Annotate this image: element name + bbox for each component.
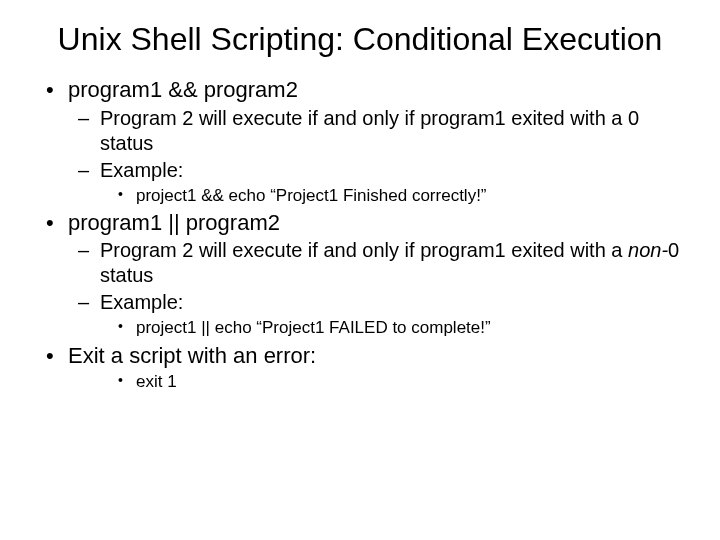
desc-part-italic: non- bbox=[628, 239, 668, 261]
bullet-list: program1 && program2 Program 2 will exec… bbox=[40, 76, 680, 393]
sub-list: Program 2 will execute if and only if pr… bbox=[68, 106, 680, 207]
example-code: project1 && echo “Project1 Finished corr… bbox=[136, 185, 680, 207]
desc-part-a: Program 2 will execute if and only if pr… bbox=[100, 239, 628, 261]
bullet-text: program1 && program2 bbox=[68, 77, 298, 102]
bullet-text: program1 || program2 bbox=[68, 210, 280, 235]
sub-bullet-desc: Program 2 will execute if and only if pr… bbox=[100, 106, 680, 156]
sub-bullet-example-label: Example: project1 || echo “Project1 FAIL… bbox=[100, 290, 680, 339]
slide-title: Unix Shell Scripting: Conditional Execut… bbox=[40, 20, 680, 58]
bullet-exit-error: Exit a script with an error: exit 1 bbox=[68, 342, 680, 394]
sub-list: Program 2 will execute if and only if pr… bbox=[68, 238, 680, 339]
sub-bullet-example-label: Example: project1 && echo “Project1 Fini… bbox=[100, 158, 680, 207]
bullet-and-operator: program1 && program2 Program 2 will exec… bbox=[68, 76, 680, 207]
example-list: project1 || echo “Project1 FAILED to com… bbox=[100, 317, 680, 339]
example-code: project1 || echo “Project1 FAILED to com… bbox=[136, 317, 680, 339]
example-label: Example: bbox=[100, 291, 183, 313]
example-list: project1 && echo “Project1 Finished corr… bbox=[100, 185, 680, 207]
example-list: exit 1 bbox=[68, 371, 680, 393]
example-code: exit 1 bbox=[136, 371, 680, 393]
bullet-text: Exit a script with an error: bbox=[68, 343, 316, 368]
sub-bullet-desc: Program 2 will execute if and only if pr… bbox=[100, 238, 680, 288]
bullet-or-operator: program1 || program2 Program 2 will exec… bbox=[68, 209, 680, 340]
example-label: Example: bbox=[100, 159, 183, 181]
